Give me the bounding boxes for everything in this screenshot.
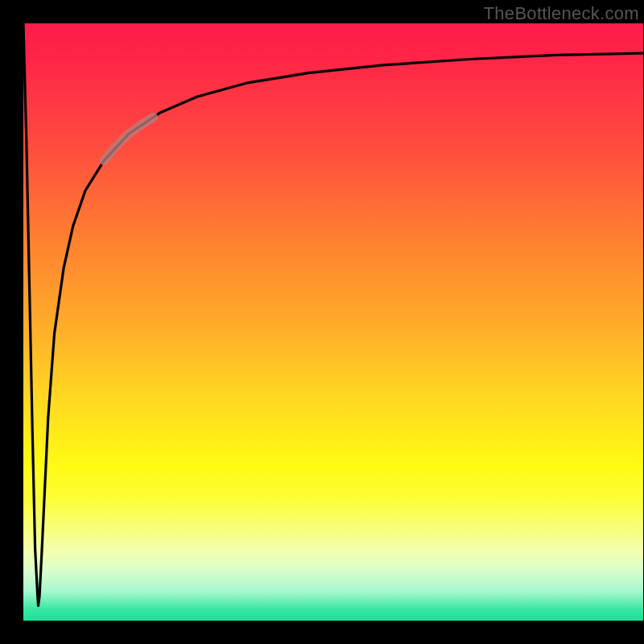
highlight-segment [104,117,154,160]
chart-frame: TheBottleneck.com [0,0,644,644]
bottleneck-curve [23,23,643,605]
chart-svg [23,23,643,621]
attribution-text: TheBottleneck.com [484,3,639,24]
